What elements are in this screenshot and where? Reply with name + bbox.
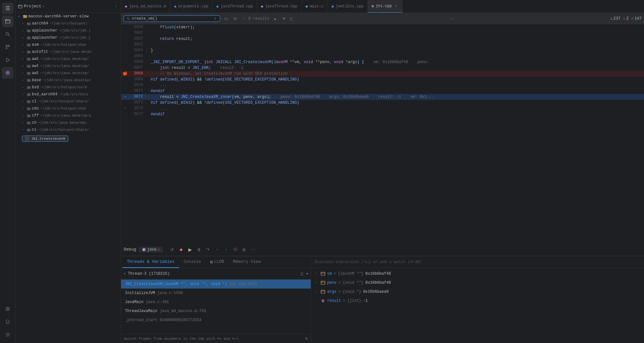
- tab-jni-cpp[interactable]: ◉ jni.cpp ✕: [368, 0, 402, 13]
- gutter-3673: [121, 100, 129, 106]
- sidebar-icon-project[interactable]: [2, 15, 14, 27]
- tab-jvmtienv-cpp[interactable]: ◉ jvmtiEnv.cpp: [328, 0, 368, 13]
- folder-icon-applauncher1: [27, 29, 31, 33]
- debug-step-into-button[interactable]: ↑: [213, 246, 221, 253]
- linecontent-3671: #endif: [148, 88, 644, 94]
- sidebar-icon-settings[interactable]: [2, 329, 14, 340]
- frame-3[interactable]: ThreadJavaMain java_md_macosx.m:720: [121, 307, 311, 316]
- tree-item-autofit[interactable]: › autofit ~/jdk/src/java.deskt: [15, 48, 121, 55]
- debug-step-over-button[interactable]: ↷: [204, 246, 212, 253]
- debug-clear-breakpoints-button[interactable]: ⊗: [240, 246, 248, 253]
- debug-more-button[interactable]: ⋯: [249, 246, 257, 253]
- tab-javathread-hpp[interactable]: ◉ javaThread.hpp: [257, 0, 302, 13]
- tree-item-bsd[interactable]: › bsd ~/jdk/src/hotspot/os/b: [15, 84, 121, 91]
- debug-pause-button[interactable]: ⏸: [195, 246, 203, 253]
- var-args-expand[interactable]: ›: [315, 289, 319, 295]
- tab-lldb[interactable]: ▦ LLDB: [206, 256, 229, 268]
- tree-item-bsd-aarch64[interactable]: › bsd_aarch64 ~/jdk/src/hots: [15, 91, 121, 98]
- sidebar-icon-debug[interactable]: [2, 67, 14, 79]
- frame-4[interactable]: _pthread_start 0x0000000180772034: [121, 316, 311, 325]
- svg-point-49: [127, 17, 129, 19]
- tab-close-jni-cpp[interactable]: ✕: [394, 4, 398, 8]
- tab-arguments-cpp[interactable]: ◉ arguments.cpp: [170, 0, 213, 13]
- svg-rect-48: [27, 129, 29, 129]
- code-editor[interactable]: 3660 fflush(stderr); 3661 3662 return: [121, 24, 644, 243]
- sidebar-icon-find[interactable]: [2, 28, 14, 40]
- debug-stop-button[interactable]: ■: [177, 246, 185, 253]
- tree-item-cff[interactable]: › cff ~/jdk/src/java.desktop/s: [15, 112, 121, 119]
- project-folder-icon: [18, 4, 23, 9]
- search-input[interactable]: [132, 16, 212, 21]
- debug-resume-button[interactable]: ▶: [186, 246, 194, 253]
- tree-arrow-applauncher2: ›: [22, 36, 26, 40]
- tab-label-javathread-hpp: javaThread.hpp: [265, 4, 298, 9]
- tab-javathread-cpp[interactable]: ◉ javaThread.cpp: [213, 0, 257, 13]
- gutter-3667: [121, 65, 129, 71]
- tree-item-applauncher1[interactable]: › applauncher ~/jdk/src/jdk.j: [15, 27, 121, 34]
- debug-session-close-button[interactable]: ✕: [158, 247, 160, 252]
- tree-path-awt1: ~/jdk/src/java.desktop/: [40, 57, 89, 61]
- var-result-eq: =: [343, 298, 345, 304]
- tree-item-cds[interactable]: › cds ~/jdk/src/hotspot/shar: [15, 105, 121, 112]
- var-vm-expand[interactable]: ›: [315, 271, 319, 277]
- debug-step-out-button[interactable]: ↑: [222, 246, 230, 253]
- tab-threads-variables[interactable]: Threads & Variables: [122, 256, 179, 268]
- tree-item-applauncher2[interactable]: › applauncher ~/jdk/src/jdk.j: [15, 34, 121, 41]
- search-whole-word-button[interactable]: W: [232, 16, 238, 21]
- gutter-3669: [121, 77, 129, 82]
- var-result-icon: [321, 299, 325, 303]
- search-prev-button[interactable]: ▲: [272, 16, 278, 22]
- tree-item-root[interactable]: ▾ macosx-aarch64-server-slow: [15, 13, 121, 20]
- tree-item-awt2[interactable]: › awt ~/jdk/src/java.desktop/: [15, 62, 121, 70]
- code-line-3667: 3667 jint result = JNI_ERR; result: -1: [121, 65, 644, 71]
- sidebar-icon-notifications[interactable]: [2, 316, 14, 328]
- tab-label-main-c: main.c: [310, 4, 324, 9]
- tab-console[interactable]: Console: [179, 256, 206, 268]
- tree-item-awt1[interactable]: › awt ~/jdk/src/java.desktop/: [15, 55, 121, 62]
- tree-item-ch[interactable]: › ch ~/jdk/src/java.base/mac: [15, 119, 121, 126]
- tree-item-c1[interactable]: › c1 ~/jdk/src/hotspot/share/: [15, 98, 121, 105]
- debug-restart-button[interactable]: ↺: [168, 246, 176, 253]
- project-dropdown-arrow[interactable]: ▾: [43, 5, 45, 8]
- tree-item-aarch64[interactable]: › aarch64 ~/jdk/src/hotspot/: [15, 20, 121, 27]
- callout-text: JNI_CreateJavaVM: [31, 137, 65, 141]
- var-penv-expand[interactable]: ›: [315, 280, 319, 286]
- search-filter-button[interactable]: ⊏: [290, 16, 294, 21]
- tree-label-awt2: awt: [32, 64, 39, 68]
- eval-placeholder-text: Evaluate expression (⌥↵) or add a watch …: [315, 260, 421, 264]
- sidebar-icon-git[interactable]: [2, 41, 14, 53]
- tree-arrow-bsd-aarch64: ›: [22, 93, 26, 96]
- code-line-3673: 3673 #if defined(_WIN32) && !defined(USE…: [121, 100, 644, 106]
- search-regex-button[interactable]: .*: [241, 16, 246, 21]
- tab-label-jvmtienv: jvmtiEnv.cpp: [336, 4, 363, 9]
- var-args: › args = {void *} 0x16b6baea0: [311, 287, 644, 296]
- tree-item-asm[interactable]: › asm ~/jdk/src/hotspot/shar: [15, 41, 121, 48]
- sidebar-icon-menu[interactable]: ☰: [2, 3, 14, 14]
- frame-1[interactable]: InitializeJVM java.c:1550: [121, 289, 311, 298]
- thread-expand-button[interactable]: ▾: [306, 272, 308, 276]
- tree-label-applauncher1: applauncher: [32, 28, 57, 33]
- linenum-3662: 3662: [129, 36, 148, 42]
- tab-java-md-macosx[interactable]: ◉ java_md_macosx.m: [121, 0, 170, 13]
- tab-memory-view[interactable]: Memory View: [229, 256, 265, 268]
- search-clear-button[interactable]: ✕: [213, 16, 217, 21]
- tree-arrow-asm: ›: [22, 43, 26, 47]
- debug-run-to-cursor-button[interactable]: ⦾: [231, 246, 239, 253]
- tree-item-ci[interactable]: › ci ~/jdk/src/hotspot/share/: [15, 126, 121, 133]
- search-next-button[interactable]: ▼: [281, 16, 287, 22]
- hint-close-button[interactable]: ✕: [305, 336, 308, 341]
- svg-rect-24: [27, 44, 29, 44]
- project-expand-button[interactable]: ›: [113, 4, 118, 9]
- tab-main-c[interactable]: ◉ main.c: [302, 0, 328, 13]
- search-case-sensitive-button[interactable]: Cc: [223, 16, 230, 21]
- search-more-button[interactable]: ⋯: [450, 16, 454, 21]
- sidebar-icon-plugins[interactable]: [2, 303, 14, 315]
- frame-2[interactable]: JavaMain java.c:491: [121, 298, 311, 307]
- tree-item-base[interactable]: › base ~/jdk/src/java.desktop/: [15, 77, 121, 84]
- frame-0[interactable]: JNI_CreateJavaVM(JavaVM **, void **, voi…: [121, 280, 311, 289]
- code-line-3674: › 3674 ...: [121, 106, 644, 111]
- tree-item-awt3[interactable]: › awt ~/jdk/src/java.desktop/: [15, 70, 121, 77]
- sidebar-icon-run[interactable]: [2, 54, 14, 66]
- debug-session-tab[interactable]: J java ✕: [139, 247, 163, 252]
- thread-filter-button[interactable]: ⊏: [300, 271, 304, 276]
